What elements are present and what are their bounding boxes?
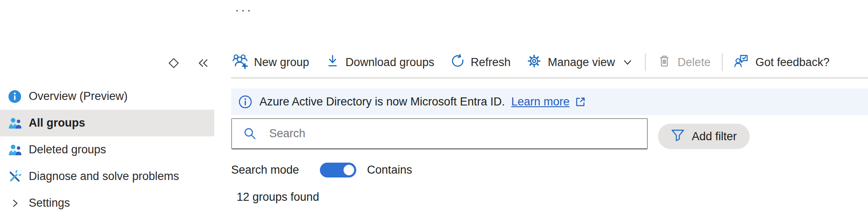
new-group-label: New group <box>254 56 309 69</box>
sidebar-item-label: Deleted groups <box>29 143 106 156</box>
external-link-icon[interactable] <box>575 96 586 108</box>
results-count: 12 groups found <box>237 191 319 204</box>
sidebar-item-deleted-groups[interactable]: Deleted groups <box>0 136 214 163</box>
got-feedback-label: Got feedback? <box>755 56 830 69</box>
sidebar-item-overview[interactable]: Overview (Preview) <box>0 83 214 110</box>
add-filter-button[interactable]: Add filter <box>658 124 750 149</box>
sidebar-item-label: All groups <box>29 116 85 130</box>
toolbar-divider-line <box>231 78 868 78</box>
sidebar-nav: Overview (Preview) All groups Deleted gr… <box>0 83 214 216</box>
banner-message: Azure Active Directory is now Microsoft … <box>259 95 505 108</box>
feedback-icon <box>734 53 749 72</box>
entra-info-banner: Azure Active Directory is now Microsoft … <box>231 89 868 115</box>
groups-page: Groups|All groups ··· omcpmpoc1 Overview… <box>0 0 868 216</box>
search-icon <box>243 127 257 141</box>
search-input[interactable] <box>268 127 647 141</box>
got-feedback-button[interactable]: Got feedback? <box>726 47 838 77</box>
new-group-button[interactable]: New group <box>231 47 317 77</box>
gear-icon <box>527 53 542 72</box>
sidebar-item-settings[interactable]: Settings <box>0 190 214 216</box>
search-mode-value: Contains <box>367 163 412 177</box>
sidebar-item-label: Overview (Preview) <box>29 90 128 103</box>
command-bar: New group Download groups Refresh Manage… <box>231 47 868 77</box>
sidebar-item-diagnose[interactable]: Diagnose and solve problems <box>0 163 214 190</box>
groups-icon <box>8 144 22 156</box>
manage-view-label: Manage view <box>548 56 615 69</box>
delete-button[interactable]: Delete <box>649 47 718 77</box>
chevron-down-icon <box>622 56 633 68</box>
refresh-label: Refresh <box>471 56 511 69</box>
new-group-icon <box>232 53 248 72</box>
toolbar-divider <box>645 53 646 71</box>
download-groups-label: Download groups <box>346 56 434 69</box>
resize-icon[interactable] <box>167 57 180 69</box>
groups-icon <box>8 117 22 129</box>
refresh-icon <box>450 54 465 71</box>
download-groups-button[interactable]: Download groups <box>317 47 442 77</box>
download-icon <box>325 54 340 71</box>
sidebar: Overview (Preview) All groups Deleted gr… <box>0 0 214 216</box>
search-box <box>231 118 648 150</box>
add-filter-label: Add filter <box>692 130 737 143</box>
chevron-right-icon <box>8 197 22 209</box>
info-icon <box>8 90 22 103</box>
search-mode-label: Search mode <box>231 163 299 177</box>
search-mode-row: Search mode Contains <box>231 163 412 177</box>
trash-icon <box>657 54 671 71</box>
toggle-knob <box>344 165 354 175</box>
filter-funnel-icon <box>671 128 685 145</box>
search-mode-toggle[interactable] <box>320 163 356 177</box>
toolbar-divider <box>722 53 723 71</box>
sidebar-item-all-groups[interactable]: All groups <box>0 110 214 136</box>
tools-icon <box>8 170 22 183</box>
info-circle-icon <box>238 95 252 109</box>
manage-view-button[interactable]: Manage view <box>519 47 641 77</box>
main-content: New group Download groups Refresh Manage… <box>231 0 868 216</box>
collapse-sidebar-icon[interactable] <box>197 57 210 69</box>
sidebar-item-label: Settings <box>29 197 70 210</box>
sidebar-item-label: Diagnose and solve problems <box>29 170 179 183</box>
delete-label: Delete <box>677 56 710 69</box>
learn-more-link[interactable]: Learn more <box>511 95 570 108</box>
refresh-button[interactable]: Refresh <box>442 47 519 77</box>
